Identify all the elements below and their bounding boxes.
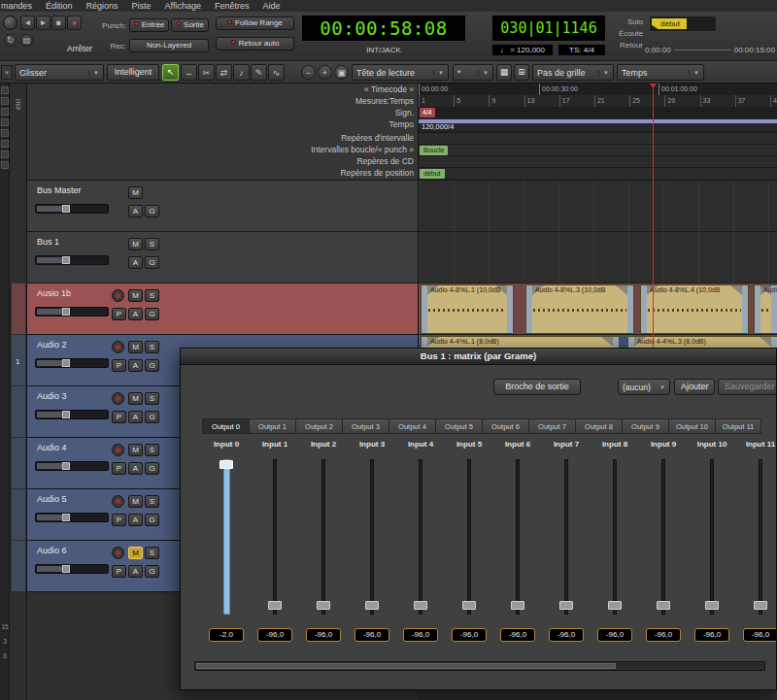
menu-item[interactable]: Édition — [39, 1, 80, 11]
rail-tool-icon[interactable] — [1, 108, 9, 116]
group-button[interactable]: G — [145, 256, 159, 269]
gain-value[interactable]: -96,0 — [694, 628, 729, 642]
fader-handle[interactable] — [268, 601, 282, 610]
output-tab[interactable]: Output 2 — [295, 418, 342, 434]
gain-fader[interactable] — [759, 459, 762, 615]
gain-value[interactable]: -2.0 — [209, 628, 244, 642]
timesig-display[interactable]: TS: 4/4 — [557, 44, 606, 56]
grid-unit-select[interactable]: Temps▼ — [617, 64, 704, 81]
smart-mode-button[interactable]: Intelligent — [107, 64, 159, 81]
output-tab[interactable]: Output 6 — [482, 418, 528, 434]
output-pin-button[interactable]: Broche de sortie — [493, 379, 581, 395]
output-tab[interactable]: Output 8 — [575, 418, 622, 434]
gain-fader[interactable] — [516, 459, 520, 615]
ruler-row-label[interactable]: Repères d'intervalle — [341, 132, 414, 144]
automation-button[interactable]: A — [128, 462, 143, 475]
shuttle-knob[interactable] — [3, 16, 17, 30]
fader-handle[interactable] — [511, 601, 524, 610]
zoom-state-icon[interactable]: ⊞ — [514, 64, 529, 81]
gain-value[interactable]: -96,0 — [403, 628, 438, 642]
rec-mode-button[interactable]: Non-Layered — [129, 39, 209, 52]
audition-tool-icon[interactable]: ♪ — [233, 64, 250, 81]
gain-fader[interactable] — [467, 459, 471, 615]
automation-button[interactable]: A — [128, 308, 143, 320]
gain-fader[interactable] — [273, 459, 277, 615]
primary-clock[interactable]: 00:00:58:08 — [301, 15, 466, 42]
zoom-preset-select[interactable]: *▼ — [453, 64, 493, 81]
track-gain-slider[interactable] — [35, 513, 109, 522]
track-gain-slider[interactable] — [35, 358, 109, 368]
gain-value[interactable]: -96,0 — [306, 628, 341, 642]
gain-value[interactable]: -96,0 — [646, 628, 681, 642]
group-button[interactable]: G — [145, 565, 159, 578]
gain-value[interactable]: -96,0 — [549, 628, 584, 642]
secondary-clock[interactable]: 030|01|1146 — [491, 15, 606, 42]
audio-region[interactable]: Audio 4-8%L.4 (10,0dB — [640, 284, 749, 334]
gain-handle[interactable] — [62, 308, 70, 316]
output-tab[interactable]: Output 4 — [388, 418, 435, 434]
playlist-button[interactable]: P — [112, 565, 126, 578]
group-button[interactable]: G — [145, 411, 159, 423]
preset-select[interactable]: (aucun)▼ — [618, 379, 670, 395]
automation-button[interactable]: A — [128, 411, 143, 423]
ruler-row-label[interactable]: Sign. — [395, 107, 414, 118]
record-arm-button[interactable] — [112, 444, 124, 456]
playlist-button[interactable]: P — [112, 462, 126, 475]
zoom-fit-icon[interactable]: ▣ — [334, 65, 349, 80]
follow-range-button[interactable]: Follow Range — [216, 17, 294, 30]
loop-button[interactable]: ↻ — [4, 34, 17, 47]
gain-handle[interactable] — [62, 256, 70, 264]
automation-button[interactable]: A — [128, 256, 143, 269]
playlist-button[interactable]: P — [112, 411, 126, 423]
timeline-track-row[interactable] — [419, 181, 777, 232]
mute-button[interactable]: M — [128, 444, 143, 456]
return-indicator[interactable]: Retour — [610, 41, 643, 50]
fader-handle[interactable] — [559, 601, 573, 610]
solo-button[interactable]: S — [145, 238, 159, 250]
cut-tool-icon[interactable]: ✂ — [198, 64, 215, 81]
stop-button[interactable]: ■ — [51, 16, 66, 30]
rail-tool-icon[interactable] — [1, 161, 9, 169]
cd-marker-ruler[interactable] — [419, 155, 777, 167]
gain-handle[interactable] — [62, 462, 70, 470]
rail-tool-icon[interactable] — [1, 129, 9, 137]
timecode-ruler[interactable]: 00:00:0000:00:30:0000:01:00:00 — [419, 83, 777, 95]
ruler-row-label[interactable]: Tempo — [388, 118, 414, 130]
gain-value[interactable]: -96,0 — [355, 628, 389, 642]
region-right-handle[interactable] — [627, 285, 633, 333]
gain-value[interactable]: -96,0 — [500, 628, 535, 642]
automation-button[interactable]: A — [128, 205, 143, 217]
menu-item[interactable]: Fenêtres — [208, 1, 256, 11]
scrollbar-handle[interactable] — [196, 663, 616, 669]
mute-button[interactable]: M — [128, 186, 143, 199]
rail-tool-icon[interactable] — [1, 150, 9, 158]
gain-handle[interactable] — [62, 565, 70, 573]
gain-fader[interactable] — [419, 459, 422, 615]
playlist-button[interactable]: P — [112, 514, 126, 526]
group-button[interactable]: G — [145, 359, 159, 372]
stretch-tool-icon[interactable]: ⇄ — [216, 64, 232, 81]
solo-button[interactable]: S — [145, 392, 159, 405]
Ausio 1b[interactable]: Ausio 1b M S P A G — [27, 283, 418, 335]
gain-fader[interactable] — [223, 459, 230, 615]
dialog-titlebar[interactable]: Bus 1 : matrix (par Grame) — [181, 349, 776, 365]
timeline-track-row[interactable] — [419, 232, 777, 283]
meter-ruler[interactable]: 4/4 — [419, 107, 777, 118]
loop-punch-ruler[interactable]: Boucle — [419, 144, 777, 155]
mute-button[interactable]: M — [128, 495, 143, 508]
bars-ruler[interactable]: 1591317212529333741 — [419, 95, 777, 107]
menu-item[interactable]: Aide — [256, 1, 287, 11]
track-gain-slider[interactable] — [35, 564, 109, 574]
track-name[interactable]: Bus Master — [37, 185, 82, 195]
sync-source-label[interactable]: INT/JACK — [301, 46, 466, 54]
snap-mode-select[interactable]: Pas de grille▼ — [532, 64, 614, 81]
meter-marker[interactable]: 4/4 — [420, 108, 435, 117]
record-arm-button[interactable] — [112, 289, 124, 302]
menu-item[interactable]: Régions — [80, 1, 125, 11]
group-button[interactable]: G — [145, 308, 159, 320]
solo-button[interactable]: S — [145, 341, 159, 353]
solo-button[interactable]: S — [145, 444, 159, 456]
draw-tool-icon[interactable]: ✎ — [251, 64, 267, 81]
playlist-button[interactable]: P — [112, 308, 126, 320]
playhead[interactable] — [653, 83, 654, 348]
